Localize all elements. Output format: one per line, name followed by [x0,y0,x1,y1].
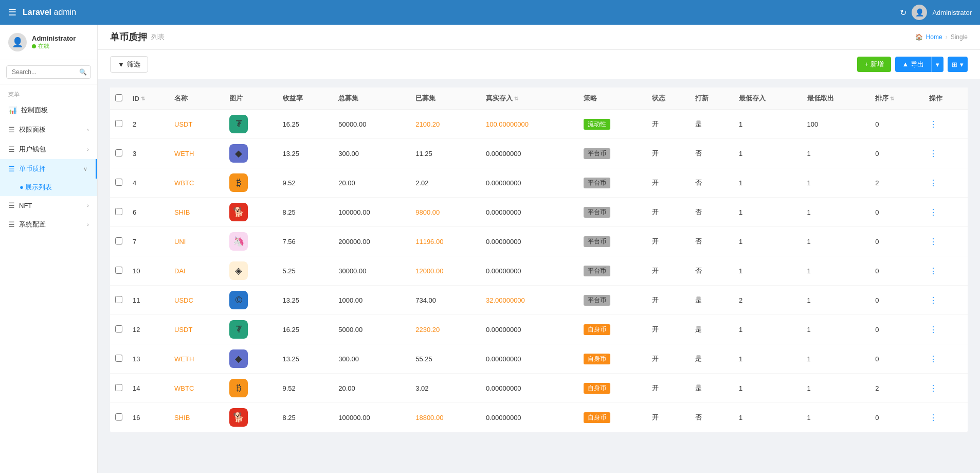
row-checkbox[interactable] [115,149,122,156]
cell-raised: 734.00 [410,286,481,315]
row-action-button[interactable]: ⋮ [929,237,937,247]
cell-sort: 0 [870,286,924,315]
row-action-button[interactable]: ⋮ [929,295,937,305]
cell-name: SHIB [169,198,224,227]
topnav-left: ☰ Laravel admin [8,7,76,18]
strategy-badge: 自身币 [584,324,610,335]
page-title-wrap: 单币质押 列表 [110,31,165,43]
cell-strategy: 自身币 [578,374,647,403]
row-checkbox[interactable] [115,267,122,274]
table-row: 3 WETH ◆ 13.25 300.00 11.25 0.00000000 平… [110,139,968,168]
row-action-button[interactable]: ⋮ [929,207,937,217]
export-button[interactable]: ▲ 导出 [895,57,931,72]
cell-id: 13 [128,344,169,374]
status-dot [32,44,36,48]
row-checkbox[interactable] [115,296,122,303]
sidebar-item-permissions[interactable]: ☰ 权限面板 › [0,120,97,139]
filter-button[interactable]: ▼ 筛选 [110,56,148,73]
cell-total: 200000.00 [333,227,410,256]
cell-real-deposit: 0.00000000 [481,374,578,403]
cell-yield: 7.56 [278,227,334,256]
cell-id: 14 [128,374,169,403]
cell-id: 3 [128,139,169,168]
row-action-button[interactable]: ⋮ [929,354,937,364]
columns-button[interactable]: ⊞ ▾ [948,57,968,72]
new-button[interactable]: + 新增 [857,57,891,72]
data-table: ID ⇅ 名称 图片 收益率 总募集 已募集 真实存入 ⇅ 策略 状态 打新 最… [110,87,968,432]
cell-min-withdraw: 1 [802,139,870,168]
cell-sort: 0 [870,139,924,168]
cell-yield: 16.25 [278,110,334,139]
sidebar-item-pledge[interactable]: ☰ 单币质押 ∨ [0,159,97,179]
cell-logo: ◆ [224,139,277,168]
row-action-button[interactable]: ⋮ [929,383,937,393]
row-checkbox[interactable] [115,179,122,186]
sidebar-item-dashboard[interactable]: 📊 控制面板 [0,100,97,120]
cell-id: 16 [128,403,169,432]
row-action-button[interactable]: ⋮ [929,119,937,129]
sidebar-subitem-label: ● 展示列表 [20,183,52,191]
breadcrumb-home[interactable]: Home [926,33,942,41]
top-navbar: ☰ Laravel admin ↻ 👤 Administrator [0,0,980,25]
col-name: 名称 [169,87,224,110]
sidebar-item-label: 系统配置 [19,220,46,229]
row-checkbox[interactable] [115,384,122,391]
select-all-checkbox[interactable] [115,94,122,101]
sidebar-subitem-pledge-list[interactable]: ● 展示列表 [0,179,97,196]
cell-status: 开 [647,286,691,315]
row-action-button[interactable]: ⋮ [929,413,937,423]
col-yield: 收益率 [278,87,334,110]
cell-logo: ◈ [224,256,277,286]
search-input[interactable] [6,65,91,79]
refresh-icon[interactable]: ↻ [900,8,906,17]
cell-new: 是 [690,315,734,344]
table-row: 2 USDT ₮ 16.25 50000.00 2100.20 100.0000… [110,110,968,139]
table-row: 11 USDC © 13.25 1000.00 734.00 32.000000… [110,286,968,315]
col-action: 操作 [924,87,968,110]
cell-logo: ₮ [224,315,277,344]
hamburger-icon[interactable]: ☰ [8,7,16,18]
cell-sort: 0 [870,198,924,227]
row-checkbox[interactable] [115,120,122,127]
cell-name: SHIB [169,403,224,432]
row-checkbox[interactable] [115,237,122,244]
sidebar-search-area: 🔍 [0,60,97,84]
row-action-button[interactable]: ⋮ [929,266,937,276]
cell-yield: 8.25 [278,403,334,432]
config-icon: ☰ [8,220,15,229]
sort-icon: ⇅ [890,96,894,101]
row-action-button[interactable]: ⋮ [929,149,937,159]
coin-logo: 🦄 [229,232,248,251]
cell-yield: 9.52 [278,374,334,403]
cell-min-withdraw: 1 [802,168,870,198]
sidebar-item-config[interactable]: ☰ 系统配置 › [0,215,97,234]
row-checkbox[interactable] [115,325,122,332]
cell-total: 300.00 [333,139,410,168]
cell-logo: ₮ [224,110,277,139]
cell-raised: 9800.00 [410,198,481,227]
row-action-button[interactable]: ⋮ [929,178,937,188]
col-raised: 已募集 [410,87,481,110]
cell-yield: 16.25 [278,315,334,344]
sidebar-item-wallet[interactable]: ☰ 用户钱包 › [0,139,97,159]
toolbar-right: + 新增 ▲ 导出 ▾ ⊞ ▾ [857,57,968,72]
col-logo: 图片 [224,87,277,110]
cell-logo: © [224,286,277,315]
toolbar: ▼ 筛选 + 新增 ▲ 导出 ▾ ⊞ ▾ [98,50,980,79]
cell-new: 是 [690,344,734,374]
chevron-right-icon: › [87,202,89,208]
cell-name: DAI [169,256,224,286]
export-split-button[interactable]: ▾ [931,57,943,72]
row-checkbox[interactable] [115,413,122,421]
row-checkbox[interactable] [115,208,122,215]
row-action-button[interactable]: ⋮ [929,325,937,335]
cell-sort: 2 [870,168,924,198]
breadcrumb: 🏠 Home › Single [915,33,968,41]
col-new: 打新 [690,87,734,110]
strategy-badge: 平台币 [584,207,610,218]
breadcrumb-current: Single [951,33,968,41]
sidebar-item-nft[interactable]: ☰ NFT › [0,196,97,215]
row-checkbox[interactable] [115,355,122,362]
coin-logo: ◈ [229,261,248,280]
cell-yield: 5.25 [278,256,334,286]
